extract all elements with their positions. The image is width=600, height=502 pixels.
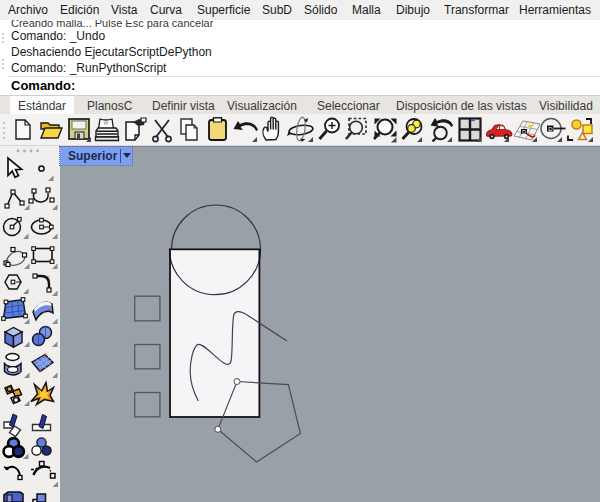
svg-text:D: D — [522, 129, 526, 135]
svg-text:D: D — [548, 126, 553, 132]
